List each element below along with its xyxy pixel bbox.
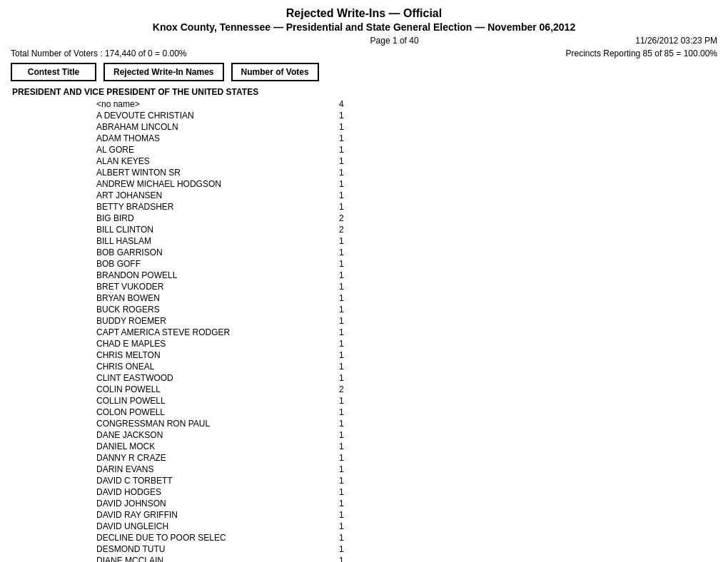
table-row: BETTY BRADSHER1 xyxy=(11,201,717,213)
main-title: Rejected Write-Ins — Official xyxy=(11,7,717,20)
table-row: BUCK ROGERS1 xyxy=(11,304,717,315)
table-row: DARIN EVANS1 xyxy=(11,464,717,475)
table-row: COLLIN POWELL1 xyxy=(11,395,717,407)
write-in-votes: 1 xyxy=(296,179,344,189)
table-row: DAVID HODGES1 xyxy=(11,486,717,498)
write-in-votes: 1 xyxy=(296,510,344,520)
table-row: ART JOHANSEN1 xyxy=(11,190,717,201)
write-in-name: DAVID HODGES xyxy=(11,487,296,497)
table-row: CLINT EASTWOOD1 xyxy=(11,372,717,384)
table-row: DAVID C TORBETT1 xyxy=(11,475,717,486)
write-in-name: BRANDON POWELL xyxy=(11,270,296,280)
write-in-votes: 1 xyxy=(296,270,344,280)
write-in-name: COLIN POWELL xyxy=(11,384,296,394)
write-in-name: BUCK ROGERS xyxy=(11,305,296,315)
write-in-votes: 1 xyxy=(296,407,344,417)
write-in-name: CHRIS ONEAL xyxy=(11,362,296,372)
write-in-name: DIANE MCCLAIN xyxy=(11,556,296,562)
write-in-votes: 1 xyxy=(296,362,344,372)
table-row: DAVID RAY GRIFFIN1 xyxy=(11,509,717,521)
write-in-votes: 1 xyxy=(296,282,344,292)
table-row: ABRAHAM LINCOLN1 xyxy=(11,121,717,133)
write-in-votes: 1 xyxy=(296,190,344,200)
table-row: CONGRESSMAN RON PAUL1 xyxy=(11,418,717,429)
write-in-votes: 1 xyxy=(296,327,344,337)
write-in-name: CHAD E MAPLES xyxy=(11,339,296,349)
write-in-name: CAPT AMERICA STEVE RODGER xyxy=(11,327,296,337)
voter-info: Total Number of Voters : 174,440 of 0 = … xyxy=(11,48,187,58)
table-row: CHRIS MELTON1 xyxy=(11,349,717,361)
write-in-votes: 1 xyxy=(296,487,344,497)
table-row: A DEVOUTE CHRISTIAN1 xyxy=(11,110,717,121)
write-in-name: COLON POWELL xyxy=(11,407,296,417)
write-in-name: DAVID RAY GRIFFIN xyxy=(11,510,296,520)
write-in-votes: 1 xyxy=(296,476,344,486)
contests-container: PRESIDENT AND VICE PRESIDENT OF THE UNIT… xyxy=(11,87,717,562)
write-in-votes: 1 xyxy=(296,521,344,531)
write-in-name: BUDDY ROEMER xyxy=(11,316,296,326)
write-in-name: BILL HASLAM xyxy=(11,236,296,246)
write-in-votes: 1 xyxy=(296,122,344,132)
table-row: BRYAN BOWEN1 xyxy=(11,292,717,304)
table-row: BOB GOFF1 xyxy=(11,258,717,270)
write-in-names-button[interactable]: Rejected Write-In Names xyxy=(103,63,224,81)
write-in-votes: 1 xyxy=(296,499,344,509)
write-in-votes: 1 xyxy=(296,373,344,383)
write-in-votes: 1 xyxy=(296,293,344,303)
write-in-votes: 1 xyxy=(296,350,344,360)
write-in-name: ABRAHAM LINCOLN xyxy=(11,122,296,132)
write-in-votes: 1 xyxy=(296,544,344,554)
write-in-name: DAVID JOHNSON xyxy=(11,499,296,509)
write-in-votes: 1 xyxy=(296,133,344,143)
write-in-votes: 1 xyxy=(296,168,344,178)
write-in-name: BETTY BRADSHER xyxy=(11,202,296,212)
table-row: DANNY R CRAZE1 xyxy=(11,452,717,464)
page-label: Page 1 of 40 xyxy=(153,36,635,46)
table-row: BUDDY ROEMER1 xyxy=(11,315,717,327)
table-row: DANE JACKSON1 xyxy=(11,429,717,441)
table-row: CHRIS ONEAL1 xyxy=(11,361,717,372)
write-in-votes: 1 xyxy=(296,145,344,155)
write-in-votes: 1 xyxy=(296,305,344,315)
contest-title-text: PRESIDENT AND VICE PRESIDENT OF THE UNIT… xyxy=(11,87,717,97)
write-in-name: DECLINE DUE TO POOR SELEC xyxy=(11,533,296,543)
write-in-votes: 1 xyxy=(296,259,344,269)
table-row: CHAD E MAPLES1 xyxy=(11,338,717,349)
table-row: BRET VUKODER1 xyxy=(11,281,717,292)
write-in-votes: 1 xyxy=(296,533,344,543)
write-in-votes: 1 xyxy=(296,396,344,406)
precincts-info: Precincts Reporting 85 of 85 = 100.00% xyxy=(566,48,717,58)
table-row: BRANDON POWELL1 xyxy=(11,270,717,281)
write-in-name: ALBERT WINTON SR xyxy=(11,168,296,178)
write-in-name: CHRIS MELTON xyxy=(11,350,296,360)
write-in-votes: 1 xyxy=(296,441,344,451)
table-row: COLON POWELL1 xyxy=(11,407,717,418)
write-in-name: BOB GARRISON xyxy=(11,247,296,257)
table-row: DANIEL MOCK1 xyxy=(11,441,717,452)
write-in-votes: 1 xyxy=(296,464,344,474)
write-in-name: BRET VUKODER xyxy=(11,282,296,292)
write-in-name: ADAM THOMAS xyxy=(11,133,296,143)
write-in-name: CONGRESSMAN RON PAUL xyxy=(11,419,296,429)
write-in-name: DAVID C TORBETT xyxy=(11,476,296,486)
write-in-votes: 1 xyxy=(296,430,344,440)
table-row: BIG BIRD2 xyxy=(11,213,717,224)
write-in-name: BIG BIRD xyxy=(11,213,296,223)
date-label: 11/26/2012 03:23 PM xyxy=(635,36,717,46)
write-in-votes: 1 xyxy=(296,556,344,562)
write-in-name: BRYAN BOWEN xyxy=(11,293,296,303)
table-row: BOB GARRISON1 xyxy=(11,247,717,258)
write-in-votes: 2 xyxy=(296,213,344,223)
sub-title: Knox County, Tennessee — Presidential an… xyxy=(11,21,717,33)
write-in-votes: 2 xyxy=(296,225,344,235)
write-in-votes: 1 xyxy=(296,156,344,166)
write-in-votes: 2 xyxy=(296,384,344,394)
write-in-name: DANE JACKSON xyxy=(11,430,296,440)
write-in-name: ANDREW MICHAEL HODGSON xyxy=(11,179,296,189)
num-votes-button[interactable]: Number of Votes xyxy=(231,63,319,81)
write-in-name: DESMOND TUTU xyxy=(11,544,296,554)
write-in-name: <no name> xyxy=(11,99,296,109)
table-row: ALBERT WINTON SR1 xyxy=(11,167,717,178)
write-in-votes: 1 xyxy=(296,236,344,246)
contest-title-button[interactable]: Contest Title xyxy=(11,63,96,81)
